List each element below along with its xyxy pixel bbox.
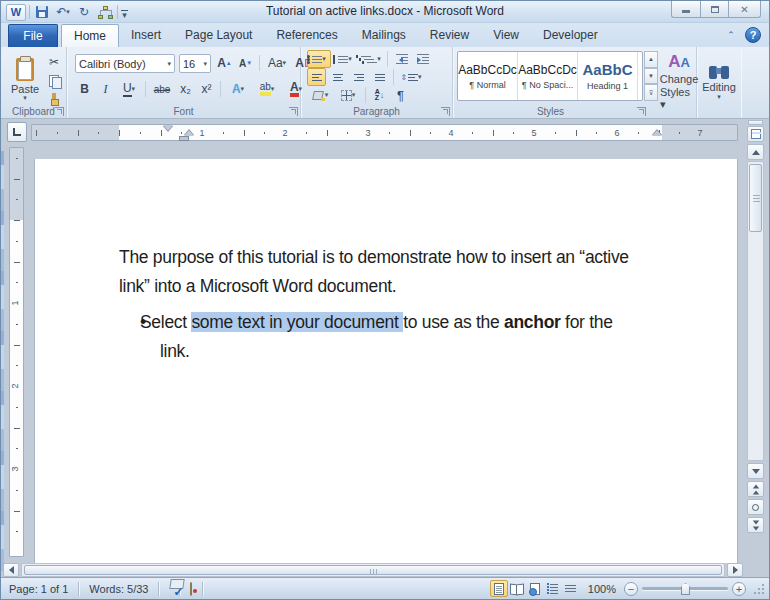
bold-button[interactable]: B — [75, 80, 94, 98]
font-dialog-launcher[interactable] — [289, 107, 298, 116]
italic-button[interactable]: I — [96, 80, 115, 98]
copy-button[interactable] — [45, 72, 63, 89]
strikethrough-button[interactable]: abe — [150, 80, 174, 98]
horizontal-ruler[interactable]: 1234567 — [31, 124, 738, 141]
scroll-down-button[interactable] — [747, 463, 764, 479]
outline-view-button[interactable] — [544, 580, 562, 597]
resize-grip[interactable] — [752, 582, 765, 595]
collapse-ribbon-button[interactable]: ⌃ — [723, 28, 739, 43]
minimize-button[interactable] — [671, 1, 700, 18]
group-styles: AaBbCcDc ¶ Normal AaBbCcDc ¶ No Spaci...… — [453, 47, 697, 118]
next-page-button[interactable] — [747, 517, 764, 533]
tab-developer[interactable]: Developer — [531, 24, 610, 47]
selected-text[interactable]: some text in your document — [191, 312, 403, 332]
paragraph-dialog-launcher[interactable] — [441, 107, 450, 116]
style-heading-1[interactable]: AaBbC Heading 1 — [578, 52, 638, 100]
vertical-ruler[interactable]: 123 — [9, 147, 24, 557]
tab-page-layout[interactable]: Page Layout — [173, 24, 264, 47]
tab-file[interactable]: File — [8, 24, 58, 47]
align-right-icon — [354, 74, 364, 81]
change-case-button[interactable]: Aa▾ — [264, 54, 290, 72]
right-indent-marker[interactable] — [652, 130, 662, 136]
paste-button[interactable]: Paste ▾ — [7, 51, 43, 107]
styles-dialog-launcher[interactable] — [637, 107, 646, 116]
horizontal-scroll-track[interactable] — [21, 563, 725, 577]
sort-button[interactable]: AZ↓ — [370, 86, 389, 104]
help-button[interactable]: ? — [745, 27, 761, 43]
tab-mailings[interactable]: Mailings — [350, 24, 418, 47]
shrink-font-button[interactable]: A▼ — [236, 54, 255, 72]
draft-view-button[interactable] — [562, 580, 580, 597]
styles-scroll-up[interactable]: ▲ — [644, 51, 658, 68]
scroll-right-button[interactable] — [727, 563, 743, 577]
increase-indent-button[interactable] — [413, 50, 432, 68]
horizontal-scroll-thumb[interactable] — [24, 565, 722, 575]
tab-view[interactable]: View — [481, 24, 531, 47]
align-right-button[interactable] — [349, 68, 368, 86]
line-spacing-button[interactable]: ⇕▾ — [398, 68, 424, 86]
shading-button[interactable]: ▾ — [307, 86, 333, 104]
restore-button[interactable] — [700, 1, 729, 18]
style-normal[interactable]: AaBbCcDc ¶ Normal — [458, 52, 518, 100]
decrease-indent-button[interactable] — [392, 50, 411, 68]
print-layout-view-button[interactable] — [490, 580, 508, 597]
left-indent-marker[interactable] — [179, 136, 189, 141]
zoom-slider-thumb[interactable] — [681, 583, 690, 595]
double-up-icon — [752, 484, 760, 495]
bullets-button[interactable]: ▾ — [307, 50, 331, 68]
style-name: Heading 1 — [587, 81, 628, 91]
page-count[interactable]: Page: 1 of 1 — [1, 583, 72, 595]
paste-dropdown-arrow[interactable]: ▾ — [23, 95, 27, 101]
numbering-button[interactable]: ▾ — [333, 50, 357, 68]
zoom-out-button[interactable]: − — [624, 582, 638, 596]
subscript-button[interactable]: x₂ — [176, 80, 195, 98]
full-screen-reading-button[interactable] — [508, 580, 526, 597]
shading-icon — [312, 90, 325, 101]
vertical-scroll-thumb[interactable] — [749, 164, 762, 232]
first-line-indent-marker[interactable] — [163, 125, 173, 131]
numbering-icon — [338, 56, 348, 63]
previous-page-button[interactable] — [747, 481, 764, 497]
font-size-combo[interactable]: 16▾ — [179, 54, 211, 73]
zoom-slider[interactable] — [642, 587, 728, 590]
highlight-button[interactable]: ab▾ — [253, 80, 281, 98]
web-layout-button[interactable] — [526, 580, 544, 597]
scroll-up-button[interactable] — [747, 144, 764, 160]
zoom-level[interactable]: 100% — [584, 583, 620, 595]
grow-font-button[interactable]: A▲ — [215, 54, 234, 72]
sort-icon: AZ↓ — [375, 89, 385, 101]
multilevel-list-button[interactable]: ▾ — [359, 50, 383, 68]
vertical-scroll-track[interactable] — [747, 161, 764, 461]
scroll-left-button[interactable] — [3, 563, 19, 577]
editing-button[interactable]: Editing ▾ — [699, 49, 739, 111]
align-left-button[interactable] — [307, 68, 326, 86]
zoom-in-button[interactable]: + — [732, 582, 746, 596]
justify-button[interactable] — [370, 68, 389, 86]
desktop-edge — [1, 151, 4, 571]
select-browse-object-button[interactable] — [747, 499, 764, 515]
font-name-combo[interactable]: Calibri (Body)▾ — [75, 54, 175, 73]
styles-scroll-down[interactable]: ▼ — [644, 68, 658, 85]
close-button[interactable]: ✕ — [729, 1, 761, 18]
change-styles-button[interactable]: AA Change Styles ▾ — [659, 49, 699, 111]
align-center-button[interactable] — [328, 68, 347, 86]
tab-references[interactable]: References — [264, 24, 349, 47]
tab-selector-button[interactable] — [7, 122, 27, 142]
clipboard-dialog-launcher[interactable] — [55, 107, 64, 116]
tab-review[interactable]: Review — [418, 24, 481, 47]
show-hide-pilcrow-button[interactable]: ¶ — [391, 86, 410, 104]
split-handle[interactable] — [748, 120, 763, 125]
tab-insert[interactable]: Insert — [119, 24, 173, 47]
tab-home[interactable]: Home — [61, 24, 119, 47]
document-page[interactable]: The purpose of this tutorial is to demon… — [34, 159, 738, 563]
macro-record-button[interactable] — [186, 583, 196, 595]
superscript-button[interactable]: x² — [197, 80, 216, 98]
underline-button[interactable]: U▾ — [117, 80, 141, 98]
borders-button[interactable]: ▾ — [335, 86, 361, 104]
cut-button[interactable]: ✂ — [45, 53, 63, 70]
text-effects-button[interactable]: A▾ — [225, 80, 251, 98]
view-ruler-toggle-button[interactable] — [747, 126, 764, 142]
style-no-spacing[interactable]: AaBbCcDc ¶ No Spaci... — [518, 52, 578, 100]
styles-gallery-more[interactable]: ⊽ — [644, 84, 658, 101]
word-count[interactable]: Words: 5/33 — [85, 583, 152, 595]
